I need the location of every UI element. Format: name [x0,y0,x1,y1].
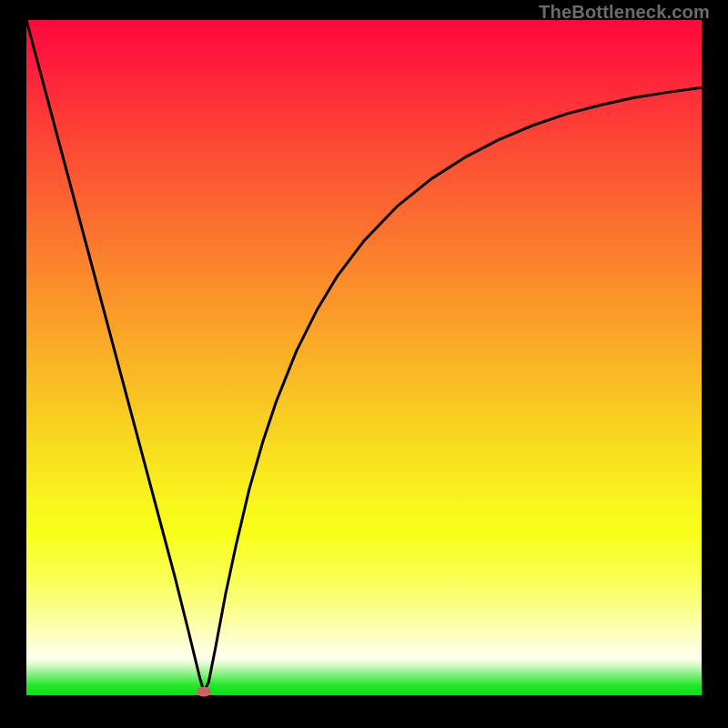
gradient-background [26,20,702,695]
minimum-marker [197,687,211,697]
chart-frame [26,20,702,695]
bottleneck-chart [26,20,702,695]
watermark: TheBottleneck.com [539,2,710,23]
